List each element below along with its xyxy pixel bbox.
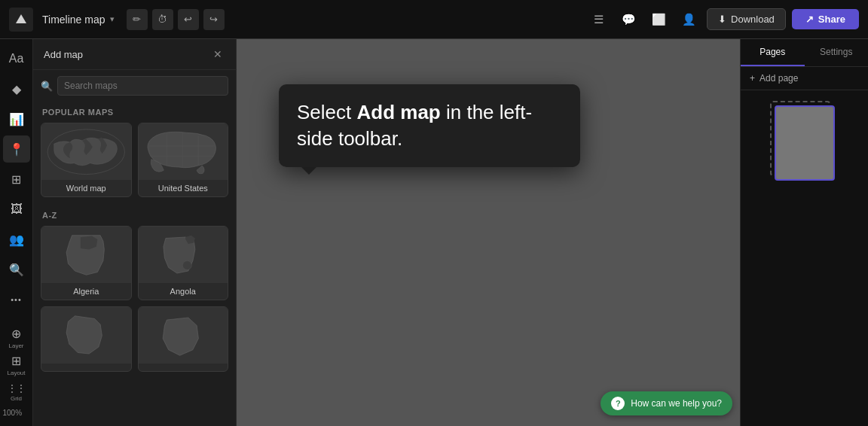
logo-icon bbox=[14, 13, 28, 26]
document-title[interactable]: Timeline map bbox=[42, 14, 105, 26]
layer-icon: ⊕ bbox=[11, 327, 21, 341]
add-page-label: Add page bbox=[760, 73, 798, 84]
header-title-group: Timeline map ▾ bbox=[42, 14, 115, 26]
sidebar-item-search[interactable]: 🔍 bbox=[3, 256, 30, 283]
present-icon-btn[interactable]: ⬜ bbox=[646, 8, 671, 32]
share-button[interactable]: ↗ Share bbox=[792, 9, 859, 29]
page-1-thumb[interactable] bbox=[775, 105, 835, 181]
page-1-wrapper bbox=[775, 105, 835, 181]
algeria-svg bbox=[50, 233, 122, 278]
templates-icon: ⊞ bbox=[11, 172, 21, 187]
svg-marker-0 bbox=[16, 14, 26, 23]
more-icon: ••• bbox=[11, 295, 22, 304]
map4-thumb bbox=[139, 307, 228, 364]
layer-label: Layer bbox=[8, 342, 23, 349]
photos-icon: 🖼 bbox=[11, 202, 23, 216]
header-tools: ✏ ⏱ ↩ ↪ bbox=[127, 9, 225, 30]
az-section-label: A-Z bbox=[33, 205, 236, 223]
angola-svg bbox=[147, 233, 219, 278]
panel-title: Add map bbox=[44, 49, 83, 60]
sidebar-item-templates[interactable]: ⊞ bbox=[3, 166, 30, 193]
algeria-thumb bbox=[41, 227, 131, 283]
panel-content: Popular maps World map bbox=[33, 102, 236, 426]
angola-thumb bbox=[139, 227, 228, 283]
panel-close-button[interactable]: ✕ bbox=[210, 47, 225, 62]
icon-sidebar: Aa ◆ 📊 📍 ⊞ 🖼 👥 🔍 ••• ⊕ Layer bbox=[0, 39, 33, 426]
world-map-label: World map bbox=[41, 180, 131, 196]
users-icon-btn[interactable]: 👤 bbox=[677, 8, 701, 32]
sidebar-item-layer[interactable]: ⊕ Layer bbox=[3, 324, 30, 351]
map3-label bbox=[41, 364, 131, 371]
map-pin-icon: 📍 bbox=[9, 142, 24, 157]
help-label: How can we help you? bbox=[631, 398, 722, 409]
people-icon: 👥 bbox=[9, 233, 24, 247]
zoom-level[interactable]: 100% bbox=[3, 406, 30, 420]
chart-icon: 📊 bbox=[9, 112, 24, 126]
share-icon: ↗ bbox=[805, 14, 814, 25]
svg-point-7 bbox=[183, 260, 192, 269]
tooltip-overlay: Select Add map in the left-side toolbar. bbox=[279, 84, 580, 167]
grid-label: Grid bbox=[11, 395, 22, 402]
title-chevron-icon[interactable]: ▾ bbox=[110, 14, 115, 24]
panel-header: Add map ✕ bbox=[33, 39, 236, 70]
header: Timeline map ▾ ✏ ⏱ ↩ ↪ ☰ 💬 ⬜ 👤 ⬇ Downloa… bbox=[0, 0, 868, 39]
sidebar-item-map[interactable]: 📍 bbox=[3, 135, 30, 163]
map-item-world[interactable]: World map bbox=[41, 123, 132, 197]
layout-label: Layout bbox=[7, 370, 25, 376]
tab-settings[interactable]: Settings bbox=[805, 39, 869, 66]
download-label: Download bbox=[731, 14, 775, 25]
sidebar-item-grid[interactable]: ⋮⋮ Grid bbox=[3, 379, 30, 406]
plus-icon: + bbox=[750, 73, 755, 84]
edit-tool-btn[interactable]: ✏ bbox=[127, 9, 148, 30]
map-item-algeria[interactable]: Algeria bbox=[41, 226, 132, 300]
popular-section-label: Popular maps bbox=[33, 102, 236, 120]
map4-svg bbox=[147, 313, 219, 358]
help-button[interactable]: ? How can we help you? bbox=[601, 391, 732, 415]
tab-pages[interactable]: Pages bbox=[741, 39, 805, 66]
close-icon: ✕ bbox=[213, 48, 222, 60]
redo-tool-btn[interactable]: ↪ bbox=[203, 9, 225, 30]
download-icon: ⬇ bbox=[718, 14, 726, 25]
sidebar-bottom: ⊕ Layer ⊞ Layout ⋮⋮ Grid 100% bbox=[3, 324, 30, 420]
notes-icon-btn[interactable]: ☰ bbox=[586, 8, 610, 32]
tooltip-bold: Add map bbox=[357, 101, 441, 123]
help-icon: ? bbox=[611, 397, 625, 410]
az-maps-grid: Algeria Angola bbox=[33, 223, 236, 379]
text-icon: Aa bbox=[9, 52, 24, 65]
sidebar-item-layout[interactable]: ⊞ Layout bbox=[3, 351, 30, 379]
map-item-4[interactable] bbox=[138, 306, 229, 372]
map-item-us[interactable]: United States bbox=[138, 123, 229, 197]
map3-thumb bbox=[41, 307, 131, 364]
main-layout: Aa ◆ 📊 📍 ⊞ 🖼 👥 🔍 ••• ⊕ Layer bbox=[0, 39, 868, 426]
add-page-button[interactable]: + Add page bbox=[741, 67, 868, 90]
angola-label: Angola bbox=[139, 283, 228, 300]
popular-maps-grid: World map bbox=[33, 120, 236, 205]
map4-label bbox=[139, 364, 228, 371]
canvas-area[interactable]: Select Add map in the left-side toolbar. bbox=[237, 39, 740, 426]
us-map-svg bbox=[142, 126, 223, 178]
download-button[interactable]: ⬇ Download bbox=[707, 8, 786, 30]
header-right: ☰ 💬 ⬜ 👤 ⬇ Download ↗ Share bbox=[586, 8, 859, 32]
sidebar-item-people[interactable]: 👥 bbox=[3, 226, 30, 253]
sidebar-item-more[interactable]: ••• bbox=[3, 286, 30, 313]
undo-tool-btn[interactable]: ↩ bbox=[178, 9, 199, 30]
map3-svg bbox=[50, 313, 122, 358]
sidebar-item-text[interactable]: Aa bbox=[3, 45, 30, 72]
sidebar-item-photos[interactable]: 🖼 bbox=[3, 196, 30, 223]
history-tool-btn[interactable]: ⏱ bbox=[152, 9, 173, 30]
world-map-svg bbox=[46, 126, 127, 178]
sidebar-item-elements[interactable]: ◆ bbox=[3, 75, 30, 102]
us-map-label: United States bbox=[139, 180, 228, 196]
map-item-angola[interactable]: Angola bbox=[138, 226, 229, 300]
right-tabs: Pages Settings bbox=[741, 39, 868, 67]
page-thumbnails bbox=[741, 90, 868, 426]
add-map-panel: Add map ✕ 🔍 Popular maps bbox=[33, 39, 237, 426]
grid-icon: ⋮⋮ bbox=[8, 383, 26, 394]
map-search-input[interactable] bbox=[57, 76, 228, 96]
world-map-thumb bbox=[41, 123, 131, 180]
sidebar-item-chart[interactable]: 📊 bbox=[3, 105, 30, 132]
share-label: Share bbox=[818, 14, 845, 25]
us-map-thumb bbox=[139, 123, 228, 180]
map-item-3[interactable] bbox=[41, 306, 132, 372]
comments-icon-btn[interactable]: 💬 bbox=[616, 8, 640, 32]
